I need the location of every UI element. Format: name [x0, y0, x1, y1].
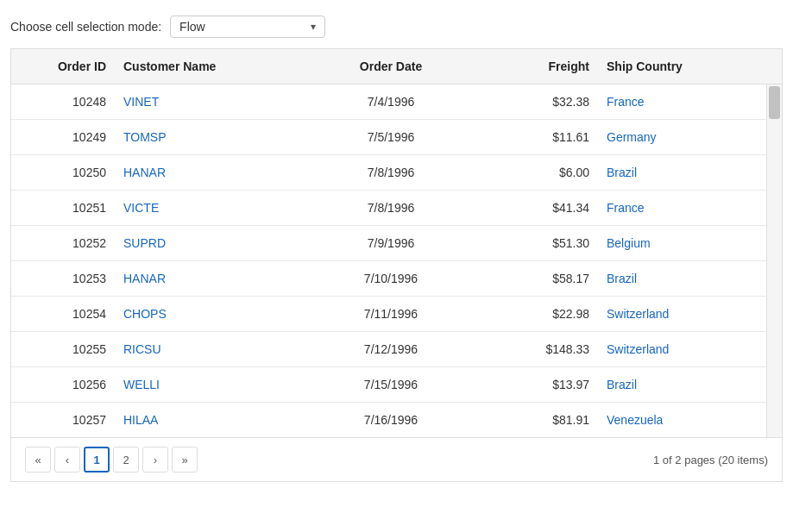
table-cell: 10255 [11, 332, 115, 366]
table-cell: 7/15/1996 [305, 367, 477, 402]
table-cell: $32.38 [477, 84, 598, 119]
col-header-order-id: Order ID [11, 49, 115, 84]
cell-selection-label: Choose cell selection mode: [10, 20, 161, 34]
table-cell: 10251 [11, 191, 115, 225]
table-cell: $51.30 [477, 226, 598, 260]
table-cell: Brazil [598, 155, 753, 190]
table-cell: $13.97 [477, 367, 598, 402]
table-cell: CHOPS [115, 297, 305, 331]
table-cell: 7/5/1996 [305, 120, 477, 154]
table-cell: 7/12/1996 [305, 332, 477, 366]
table-cell: $22.98 [477, 297, 598, 331]
table-cell: WELLI [115, 367, 305, 402]
next-page-button[interactable]: › [142, 447, 168, 473]
table-cell: HILAA [115, 403, 305, 437]
table-cell: HANAR [115, 261, 305, 296]
top-bar: Choose cell selection mode: Flow ▾ [0, 9, 793, 48]
first-page-button[interactable]: « [25, 447, 51, 473]
table-cell: 10257 [11, 403, 115, 437]
table-cell: Switzerland [598, 332, 753, 366]
table-cell: $41.34 [477, 191, 598, 225]
table-cell: $81.91 [477, 403, 598, 437]
scrollbar-thumb[interactable] [769, 86, 780, 119]
table-row: 10254CHOPS7/11/1996$22.98Switzerland [11, 297, 766, 332]
table-cell: 7/16/1996 [305, 403, 477, 437]
col-header-country: Ship Country [598, 49, 753, 84]
grid-rows-area: 10248VINET7/4/1996$32.38France10249TOMSP… [11, 84, 766, 437]
dropdown-value: Flow [179, 20, 205, 34]
table-cell: RICSU [115, 332, 305, 366]
table-row: 10253HANAR7/10/1996$58.17Brazil [11, 261, 766, 297]
table-cell: $6.00 [477, 155, 598, 190]
table-cell: Brazil [598, 261, 753, 296]
table-cell: 10256 [11, 367, 115, 402]
table-cell: TOMSP [115, 120, 305, 154]
table-row: 10248VINET7/4/1996$32.38France [11, 84, 766, 120]
table-cell: 10253 [11, 261, 115, 296]
pagination-bar: « ‹ 1 2 › » 1 of 2 pages (20 items) [10, 438, 783, 482]
table-cell: 10252 [11, 226, 115, 260]
table-cell: France [598, 84, 753, 119]
table-cell: Brazil [598, 367, 753, 402]
table-cell: $11.61 [477, 120, 598, 154]
table-cell: $148.33 [477, 332, 598, 366]
col-header-date: Order Date [305, 49, 477, 84]
table-row: 10251VICTE7/8/1996$41.34France [11, 191, 766, 226]
table-row: 10250HANAR7/8/1996$6.00Brazil [11, 155, 766, 191]
table-row: 10257HILAA7/16/1996$81.91Venezuela [11, 403, 766, 437]
table-cell: 7/9/1996 [305, 226, 477, 260]
col-header-customer: Customer Name [115, 49, 305, 84]
table-cell: VICTE [115, 191, 305, 225]
table-row: 10255RICSU7/12/1996$148.33Switzerland [11, 332, 766, 367]
table-cell: Germany [598, 120, 753, 154]
last-page-button[interactable]: » [172, 447, 198, 473]
dropdown-arrow-icon: ▾ [311, 21, 316, 33]
prev-page-button[interactable]: ‹ [54, 447, 80, 473]
table-cell: HANAR [115, 155, 305, 190]
page-2-button[interactable]: 2 [113, 447, 139, 473]
page-summary: 1 of 2 pages (20 items) [653, 454, 768, 466]
pager-controls: « ‹ 1 2 › » [25, 447, 198, 473]
page-1-button[interactable]: 1 [84, 447, 110, 473]
table-cell: 10249 [11, 120, 115, 154]
table-cell: 7/8/1996 [305, 155, 477, 190]
cell-selection-dropdown[interactable]: Flow ▾ [170, 16, 325, 38]
table-row: 10252SUPRD7/9/1996$51.30Belgium [11, 226, 766, 261]
table-cell: 7/10/1996 [305, 261, 477, 296]
table-row: 10256WELLI7/15/1996$13.97Brazil [11, 367, 766, 403]
table-cell: France [598, 191, 753, 225]
grid-header: Order ID Customer Name Order Date Freigh… [11, 49, 782, 84]
table-cell: 7/8/1996 [305, 191, 477, 225]
table-cell: 10250 [11, 155, 115, 190]
table-cell: VINET [115, 84, 305, 119]
table-cell: 10248 [11, 84, 115, 119]
col-header-freight: Freight [477, 49, 598, 84]
table-cell: Switzerland [598, 297, 753, 331]
vertical-scrollbar[interactable] [766, 84, 782, 437]
table-cell: 10254 [11, 297, 115, 331]
grid-body-wrapper: 10248VINET7/4/1996$32.38France10249TOMSP… [11, 84, 782, 437]
table-cell: Belgium [598, 226, 753, 260]
table-cell: $58.17 [477, 261, 598, 296]
page-wrapper: Choose cell selection mode: Flow ▾ Order… [0, 0, 793, 532]
table-cell: Venezuela [598, 403, 753, 437]
data-grid: Order ID Customer Name Order Date Freigh… [10, 48, 783, 438]
table-cell: SUPRD [115, 226, 305, 260]
table-cell: 7/11/1996 [305, 297, 477, 331]
table-cell: 7/4/1996 [305, 84, 477, 119]
table-row: 10249TOMSP7/5/1996$11.61Germany [11, 120, 766, 155]
